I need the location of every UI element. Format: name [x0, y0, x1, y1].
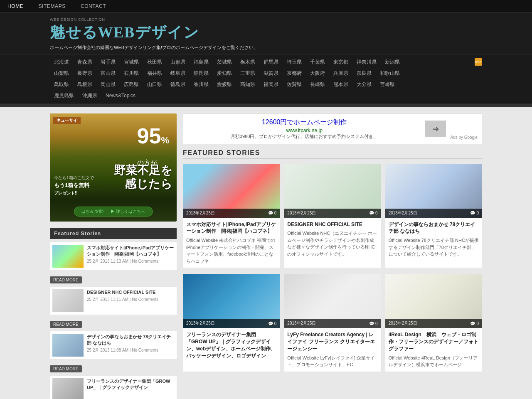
story-card-title-4: フリーランスのデザイナー集団「GROW UP」｜グラフィックデザイン、webデザ…	[186, 331, 276, 359]
pref-news-topics[interactable]: News&Topics	[101, 91, 140, 100]
nav-contact[interactable]: CONTACT	[73, 0, 113, 12]
pref-yamanashi[interactable]: 山梨県	[50, 68, 73, 79]
main-wrapper: キューサイ 95% の方が 野菜不足を感じたら 今なら1箱のご注文でもう1箱を無…	[0, 107, 532, 399]
sidebar-story-thumb-2	[52, 289, 84, 312]
pref-row-2: 山梨県 長野県 富山県 石川県 福井県 岐阜県 静岡県 愛知県 三重県 滋賀県 …	[50, 68, 482, 79]
pref-nagasaki[interactable]: 長崎県	[306, 79, 329, 90]
pref-niigata[interactable]: 新潟県	[381, 57, 404, 67]
pref-shiga[interactable]: 滋賀県	[259, 68, 283, 79]
right-content: 12600円でホームページ制作 www.itpark.ne.jp 月額3980円…	[183, 113, 482, 399]
pref-kagawa[interactable]: 香川県	[190, 79, 213, 90]
read-more-btn-1[interactable]: READ MORE	[50, 276, 82, 283]
google-ad-url: www.itpark.ne.jp	[187, 128, 421, 133]
pref-miyagi[interactable]: 宮城県	[120, 57, 143, 67]
story-card-2: 2013年2月25日 💬 0 DESIGNER NHC OFFICIAL SIT…	[284, 164, 381, 268]
google-ad-link[interactable]: 12600円でホームページ制作	[187, 118, 421, 127]
story-card-date-2: 2013年2月25日	[287, 210, 316, 216]
pref-ibaraki[interactable]: 茨城県	[213, 57, 236, 67]
pref-gunma[interactable]: 群馬県	[259, 57, 283, 67]
story-card-comments-6: 💬 0	[470, 321, 479, 326]
story-card-meta-5: 2013年2月25日 💬 0	[284, 319, 381, 328]
story-card-excerpt-6: Official Website 4ReaL Design（フォーリアルデザイン…	[389, 355, 479, 368]
story-card-title-5: LyFy Freelance Creators Agency | レイファイ フ…	[287, 331, 377, 352]
pref-toyama[interactable]: 富山県	[96, 68, 120, 79]
pref-kagoshima[interactable]: 鹿児島県	[50, 91, 78, 101]
pref-okayama[interactable]: 岡山県	[96, 79, 120, 90]
nav-divider	[0, 104, 532, 107]
pref-yamagata[interactable]: 山形県	[166, 57, 190, 67]
pref-ishikawa[interactable]: 石川県	[120, 68, 143, 79]
pref-oita[interactable]: 大分県	[352, 79, 376, 90]
pref-kumamoto[interactable]: 熊本県	[329, 79, 352, 90]
pref-ehime[interactable]: 愛媛県	[213, 79, 236, 90]
story-card-1: 2013年2月25日 💬 0 スマホ対応サイト|iPhone,iPadアプリケー…	[183, 164, 280, 268]
story-card-comments-3: 💬 0	[470, 211, 479, 215]
ad-promo-text: 今なら1箱のご注文でもう1箱を無料プレゼント!!	[54, 175, 94, 197]
pref-okinawa[interactable]: 沖縄県	[78, 91, 101, 101]
story-card-body-3: デザインの事ならおまかせ 78クリエイチ部 ななはち Official Webs…	[385, 218, 482, 261]
pref-aichi[interactable]: 愛知県	[213, 68, 236, 79]
pref-hiroshima[interactable]: 広島県	[120, 79, 143, 90]
story-card-excerpt-2: Official Website NHC（エヌエイチシー ホームページ制作やチラ…	[287, 230, 377, 257]
story-card-date-6: 2013年2月25日	[389, 320, 417, 326]
pref-wakayama[interactable]: 和歌山県	[376, 68, 404, 79]
story-card-thumb-4: 2013年2月25日 💬 0	[183, 274, 280, 328]
sidebar-story-meta-3: 25 2月 2013 11:08 AM | No Comments	[87, 347, 174, 353]
pref-tokushima[interactable]: 徳島県	[166, 79, 190, 90]
sidebar-story-title-2: DESIGNER NHC OFFICIAL SITE	[87, 289, 174, 296]
pref-tokyo[interactable]: 東京都	[329, 57, 352, 67]
pref-row-3: 鳥取県 島根県 岡山県 広島県 山口県 徳島県 香川県 愛媛県 高知県 福岡県 …	[50, 79, 482, 90]
pref-fukui[interactable]: 福井県	[143, 68, 166, 79]
story-grid-row2: 2013年2月25日 💬 0 フリーランスのデザイナー集団「GROW UP」｜グ…	[183, 274, 482, 371]
story-card-thumb-6: 2013年2月25日 💬 0	[385, 274, 482, 328]
pref-chiba[interactable]: 千葉県	[306, 57, 329, 67]
pref-yamaguchi[interactable]: 山口県	[143, 79, 166, 90]
pref-shimane[interactable]: 島根県	[73, 79, 96, 90]
pref-hokkaido[interactable]: 北海道	[50, 57, 73, 67]
sidebar-story-content-1: スマホ対応サイト|iPhone,iPadアプリケーション制作 開発|福岡【ハコブ…	[87, 245, 174, 268]
pref-tochigi[interactable]: 栃木県	[236, 57, 259, 67]
pref-hyogo[interactable]: 兵庫県	[329, 68, 352, 79]
pref-nara[interactable]: 奈良県	[352, 68, 376, 79]
pref-fukushima[interactable]: 福島県	[190, 57, 213, 67]
pref-saitama[interactable]: 埼玉県	[283, 57, 306, 67]
read-more-btn-3[interactable]: READ MORE	[50, 365, 82, 372]
ads-by-google: Ads by Google	[450, 135, 478, 140]
pref-fukuoka[interactable]: 福岡県	[259, 79, 283, 90]
nav-sitemaps[interactable]: SITEMAPS	[31, 0, 73, 12]
pref-akita[interactable]: 秋田県	[143, 57, 166, 67]
pref-miyazaki[interactable]: 宮崎県	[376, 79, 399, 90]
pref-shizuoka[interactable]: 静岡県	[190, 68, 213, 79]
pref-kanagawa[interactable]: 神奈川県	[352, 57, 381, 67]
pref-kyoto[interactable]: 京都府	[283, 68, 306, 79]
story-card-date-3: 2013年2月25日	[389, 210, 417, 216]
pref-nagano[interactable]: 長野県	[73, 68, 96, 79]
ad-percent-number: 95% の方が	[137, 125, 169, 168]
pref-osaka[interactable]: 大阪府	[306, 68, 329, 79]
sidebar-story-content-3: デザインの事ならおまかせ 78クリエイチ部 ななはち 25 2月 2013 11…	[87, 334, 174, 357]
ad-banner[interactable]: キューサイ 95% の方が 野菜不足を感じたら 今なら1箱のご注文でもう1箱を無…	[50, 113, 177, 222]
pref-row-4: 鹿児島県 沖縄県 News&Topics	[50, 91, 482, 101]
pref-mie[interactable]: 三重県	[236, 68, 259, 79]
ad-cta-button[interactable]: はちみつ青汁 ▶ 詳しくはこちら	[74, 207, 153, 217]
read-more-btn-2[interactable]: READ MORE	[50, 321, 82, 328]
top-navigation: HOME SITEMAPS CONTACT	[0, 0, 532, 13]
story-card-meta-6: 2013年2月25日 💬 0	[385, 319, 482, 328]
google-ad-desc: 月額3980円。プロがデザイン代行。店舗におすすめ予約システム付き。	[231, 134, 378, 139]
sidebar-story-3: デザインの事ならおまかせ 78クリエイチ部 ななはち 25 2月 2013 11…	[50, 331, 177, 359]
pref-aomori[interactable]: 青森県	[73, 57, 96, 67]
pref-gifu[interactable]: 岐阜県	[166, 68, 190, 79]
sidebar-story-thumb-4	[52, 378, 84, 399]
rss-icon[interactable]	[475, 58, 482, 66]
story-card-body-2: DESIGNER NHC OFFICIAL SITE Official Webs…	[284, 218, 381, 261]
pref-saga[interactable]: 佐賀県	[283, 79, 306, 90]
google-ad-area: 12600円でホームページ制作 www.itpark.ne.jp 月額3980円…	[183, 113, 482, 144]
story-card-title-1: スマホ対応サイト|iPhone,iPadアプリケーション制作 開発|福岡【ハコブ…	[186, 221, 276, 235]
pref-iwate[interactable]: 岩手県	[96, 57, 120, 67]
pref-kochi[interactable]: 高知県	[236, 79, 259, 90]
pref-tottori[interactable]: 鳥取県	[50, 79, 73, 90]
sidebar-story-2: DESIGNER NHC OFFICIAL SITE 25 2月 2013 11…	[50, 287, 177, 315]
story-card-meta-3: 2013年2月25日 💬 0	[385, 209, 482, 218]
nav-home[interactable]: HOME	[0, 0, 31, 12]
story-card-title-3: デザインの事ならおまかせ 78クリエイチ部 ななはち	[389, 221, 479, 235]
